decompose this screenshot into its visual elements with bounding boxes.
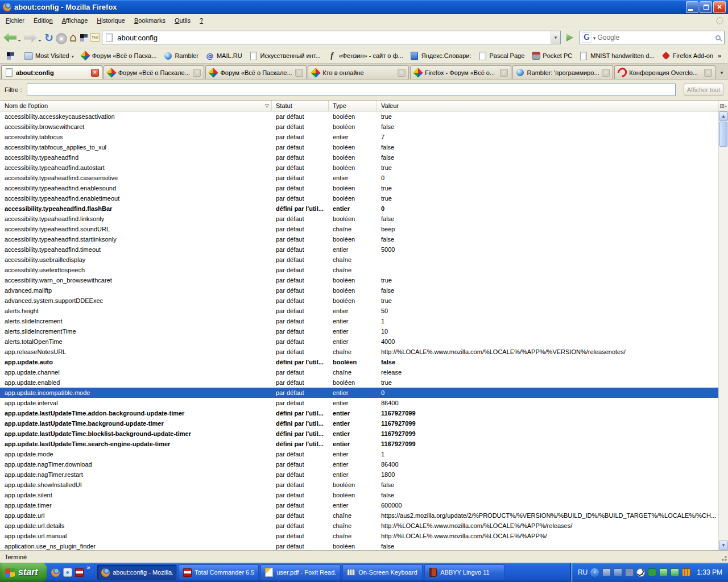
menu-item[interactable]: Édition [29, 15, 57, 26]
menu-item[interactable]: Affichage [57, 15, 93, 26]
scrollbar-thumb[interactable] [719, 122, 727, 147]
table-row[interactable]: accessibility.tabfocus par défaut entier… [0, 132, 718, 142]
phone-icon[interactable] [647, 568, 656, 577]
bookmark-item[interactable]: Яндекс.Словари: [407, 49, 475, 62]
tab-close-button[interactable] [500, 69, 508, 77]
bookmark-item[interactable]: MAIL.RU [202, 49, 246, 62]
ie-icon[interactable] [63, 568, 72, 577]
taskbar-button[interactable]: On-Screen Keyboard [342, 564, 423, 580]
tab[interactable]: Форум «Всё о Паскале... [205, 65, 307, 79]
scroll-up-button[interactable]: ▲ [719, 111, 728, 121]
table-row[interactable]: accessibility.usetexttospeech par défaut… [0, 265, 718, 275]
column-picker-button[interactable] [718, 101, 728, 111]
bookmark-item[interactable]: Most Visited [20, 49, 77, 62]
sync2-icon[interactable] [670, 568, 679, 577]
bookmark-item[interactable]: Pocket PC [528, 49, 576, 62]
table-row[interactable]: app.update.url par défaut chaîne https:/… [0, 510, 718, 521]
table-row[interactable]: app.update.nagTimer.download par défaut … [0, 459, 718, 469]
table-row[interactable]: app.update.lastUpdateTime.search-engine-… [0, 439, 718, 449]
net2-icon[interactable] [613, 568, 622, 577]
search-bar[interactable]: G [579, 31, 725, 44]
table-row[interactable]: accessibility.typeaheadfind.enabletimeou… [0, 193, 718, 203]
table-row[interactable]: accessibility.browsewithcaret par défaut… [0, 122, 718, 132]
back-button[interactable] [3, 29, 22, 46]
menu-item[interactable]: Outils [170, 15, 195, 26]
tag-toolbar-icon[interactable] [90, 33, 100, 42]
table-row[interactable]: accessibility.typeaheadfind.autostart pa… [0, 163, 718, 173]
table-row[interactable]: app.update.lastUpdateTime.addon-backgrou… [0, 408, 718, 418]
table-row[interactable]: app.update.incompatible.mode par défaut … [0, 388, 718, 398]
table-row[interactable]: accessibility.typeaheadfind par défaut b… [0, 152, 718, 163]
back-dropdown-icon[interactable] [18, 40, 21, 43]
table-row[interactable]: app.update.interval par défaut entier 86… [0, 398, 718, 408]
column-header-type[interactable]: Type [329, 101, 377, 111]
bookmark-item[interactable]: Rambler [160, 49, 202, 62]
language-indicator[interactable]: RU [578, 568, 588, 576]
close-button[interactable] [713, 1, 726, 13]
firefox-icon[interactable] [51, 568, 60, 577]
tab[interactable]: Форум «Всё о Паскале... [104, 65, 205, 79]
address-dropdown-button[interactable] [551, 31, 560, 44]
table-row[interactable]: alerts.height par défaut entier 50 [0, 306, 718, 316]
filter-input[interactable] [27, 84, 676, 96]
scroll-down-button[interactable]: ▼ [719, 541, 728, 550]
tray-collapse-button[interactable] [590, 568, 599, 577]
tab[interactable]: about:config [1, 65, 102, 79]
traysquare-icon[interactable] [624, 568, 634, 577]
minimize-button[interactable] [686, 1, 698, 13]
taskbar-button[interactable]: user.pdf - Foxit Read... [260, 564, 341, 580]
table-row[interactable]: accessibility.typeaheadfind.linksonly pa… [0, 214, 718, 224]
tab-close-button[interactable] [602, 69, 610, 77]
show-all-button[interactable]: Afficher tout [684, 84, 723, 96]
bookmark-item[interactable]: Firefox Add-ons [658, 49, 713, 62]
taskbar-button[interactable]: ABBYY Lingvo 11 [424, 564, 504, 580]
volume-icon[interactable] [681, 568, 690, 577]
tab[interactable]: Rambler: 'программиро... [512, 65, 614, 79]
table-row[interactable]: app.update.enabled par défaut booléen tr… [0, 377, 718, 388]
table-row[interactable]: accessibility.warn_on_browsewithcaret pa… [0, 275, 718, 285]
search-icon[interactable] [715, 35, 721, 40]
table-row[interactable]: accessibility.tabfocus_applies_to_xul pa… [0, 142, 718, 152]
sync1-icon[interactable] [659, 568, 668, 577]
address-input[interactable] [114, 34, 551, 42]
tiles-toolbar-icon[interactable] [79, 33, 88, 42]
table-row[interactable]: accessibility.accesskeycausesactivation … [0, 111, 718, 122]
table-row[interactable]: alerts.slideIncrementTime par défaut ent… [0, 326, 718, 336]
search-input[interactable] [597, 34, 714, 41]
table-row[interactable]: accessibility.typeaheadfind.casesensitiv… [0, 173, 718, 183]
table-row[interactable]: advanced.system.supportDDEExec par défau… [0, 296, 718, 306]
forward-button[interactable] [24, 29, 42, 46]
menu-item[interactable]: ? [195, 15, 208, 26]
table-row[interactable]: app.update.url.details par défaut chaîne… [0, 521, 718, 531]
quick-launch-overflow-button[interactable]: » [87, 563, 90, 571]
table-row[interactable]: app.update.lastUpdateTime.blocklist-back… [0, 429, 718, 439]
reload-button[interactable] [44, 29, 53, 46]
bookmark-item[interactable]: «Фензин» - сайт о ф... [324, 49, 407, 62]
bookmark-item[interactable]: Искусственный инт... [246, 49, 324, 62]
google-engine-icon[interactable]: G [582, 32, 592, 43]
table-row[interactable]: accessibility.usebrailledisplay par défa… [0, 255, 718, 265]
vertical-scrollbar[interactable]: ▲ ▼ [718, 111, 728, 550]
bookmark-item[interactable]: Форум «Всё о Паска... [77, 49, 160, 62]
table-row[interactable]: app.update.timer par défaut entier 60000… [0, 500, 718, 510]
table-row[interactable]: alerts.totalOpenTime par défaut entier 4… [0, 336, 718, 347]
table-row[interactable]: app.update.nagTimer.restart par défaut e… [0, 469, 718, 480]
bookmark-item[interactable]: MNIST handwritten d... [576, 49, 657, 62]
bookmarks-overflow-button[interactable]: » [713, 52, 726, 59]
floppy-icon[interactable] [75, 568, 84, 577]
table-row[interactable]: accessibility.typeaheadfind.enablesound … [0, 183, 718, 193]
cow-icon[interactable] [636, 568, 645, 577]
home-button[interactable] [69, 29, 77, 46]
restore-button[interactable] [700, 1, 712, 13]
forward-dropdown-icon[interactable] [38, 40, 42, 43]
go-button[interactable] [563, 31, 577, 44]
tab[interactable]: Кто в онлайне [308, 65, 409, 79]
bookmark-item[interactable]: Pascal Page [475, 49, 528, 62]
table-row[interactable]: application.use_ns_plugin_finder par déf… [0, 541, 718, 550]
tab[interactable]: Конференция Overclo... [614, 65, 715, 79]
taskbar-button[interactable]: Total Commander 6.5... [179, 564, 259, 580]
column-header-status[interactable]: Statut [272, 101, 329, 111]
tab[interactable]: Firefox - Форум «Всё о... [410, 65, 511, 79]
net1-icon[interactable] [602, 568, 611, 577]
column-header-name[interactable]: Nom de l'option ▽ [0, 101, 272, 111]
